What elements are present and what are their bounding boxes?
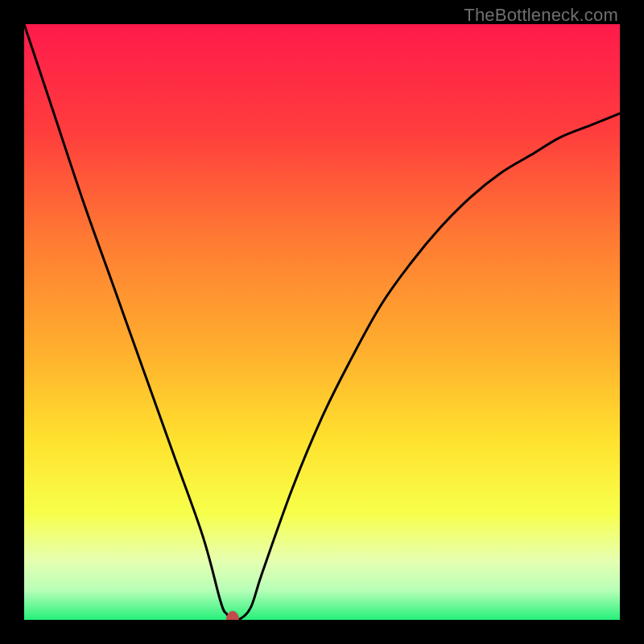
chart-frame: TheBottleneck.com xyxy=(0,0,644,644)
bottleneck-curve xyxy=(24,24,620,620)
plot-area xyxy=(24,24,620,620)
watermark-text: TheBottleneck.com xyxy=(464,5,618,26)
